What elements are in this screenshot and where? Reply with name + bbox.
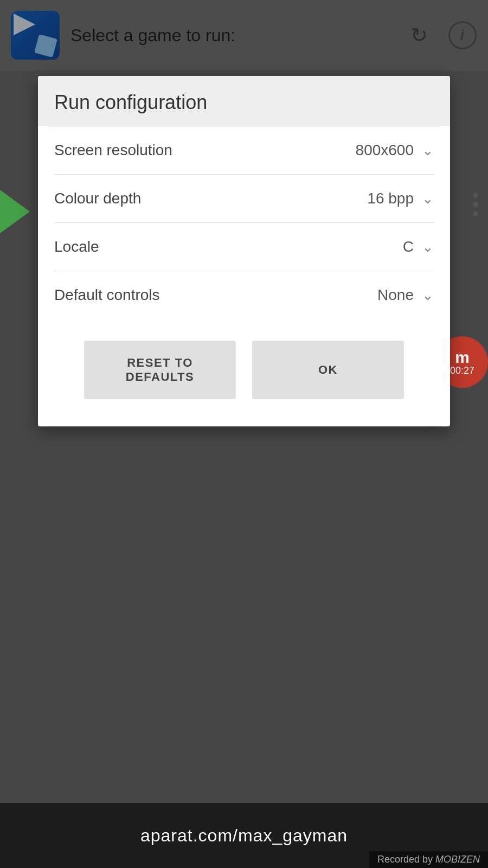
dialog-body: Screen resolution 800x600 ⌄ Colour depth… [38,126,450,319]
recording-time: 00:27 [450,366,474,375]
screen-resolution-value: 800x600 [356,142,414,159]
run-configuration-dialog: Run configuration Screen resolution 800x… [38,76,450,426]
locale-chevron-icon: ⌄ [422,240,434,254]
screen-resolution-label: Screen resolution [54,142,172,159]
default-controls-label: Default controls [54,286,160,304]
colour-depth-label: Colour depth [54,190,141,207]
colour-depth-chevron-icon: ⌄ [422,192,434,206]
default-controls-row[interactable]: Default controls None ⌄ [54,271,434,319]
colour-depth-row[interactable]: Colour depth 16 bpp ⌄ [54,175,434,223]
colour-depth-value: 16 bpp [367,190,414,207]
watermark-text: aparat.com/max_gayman [140,826,348,846]
screen-resolution-chevron-icon: ⌄ [422,143,434,157]
watermark-brand: Recorded by MOBIZEN [369,851,488,868]
screen-resolution-value-wrapper: 800x600 ⌄ [356,142,434,159]
dot [473,202,478,207]
locale-row[interactable]: Locale C ⌄ [54,223,434,271]
recording-icon: m [455,349,470,366]
reset-to-defaults-button[interactable]: RESET TO DEFAULTS [84,341,236,399]
default-controls-chevron-icon: ⌄ [422,288,434,302]
locale-label: Locale [54,238,99,256]
locale-value-wrapper: C ⌄ [403,238,434,256]
watermark-bar: aparat.com/max_gayman Recorded by MOBIZE… [0,803,488,868]
locale-value: C [403,238,414,256]
dialog-actions: RESET TO DEFAULTS OK [38,319,450,405]
more-options-button[interactable] [473,193,478,216]
default-controls-value: None [377,286,414,304]
dialog-title: Run configuration [54,91,434,114]
dot [473,211,478,216]
dialog-title-bar: Run configuration [38,76,450,126]
screen-resolution-row[interactable]: Screen resolution 800x600 ⌄ [54,126,434,175]
colour-depth-value-wrapper: 16 bpp ⌄ [367,190,434,207]
default-controls-value-wrapper: None ⌄ [377,286,434,304]
dot [473,193,478,198]
ok-button[interactable]: OK [252,341,404,399]
